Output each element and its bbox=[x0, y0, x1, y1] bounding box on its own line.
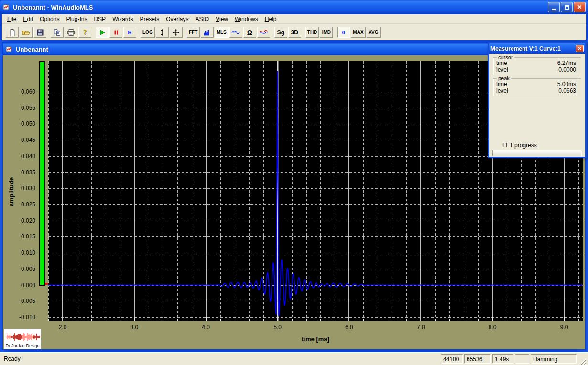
measurement-value: 5.00ms bbox=[557, 81, 578, 87]
minimize-icon bbox=[552, 9, 556, 10]
mls-button[interactable]: MLS bbox=[215, 27, 229, 38]
print-button[interactable] bbox=[65, 27, 77, 38]
sine-signal-button[interactable]: A bbox=[229, 27, 242, 38]
impedance-button[interactable]: Ω bbox=[243, 27, 256, 38]
zero-button[interactable]: 0 bbox=[337, 27, 350, 38]
toolbar-group bbox=[6, 27, 46, 38]
menu-item-edit[interactable]: Edit bbox=[20, 15, 36, 23]
measurement-panel-titlebar[interactable]: Measurement V:1 Curve:1 ✕ bbox=[489, 43, 585, 54]
y-tick-label: 0.025 bbox=[6, 201, 35, 208]
log-scale-button[interactable]: LOG bbox=[141, 27, 155, 38]
menu-item-windows[interactable]: Windows bbox=[231, 15, 261, 23]
maximize-button[interactable] bbox=[561, 2, 573, 12]
fft-progress-label: FFT progress bbox=[502, 142, 537, 149]
y-tick-label: 0.045 bbox=[6, 137, 35, 143]
printer-icon bbox=[67, 29, 75, 36]
vertical-zoom-button[interactable] bbox=[156, 27, 169, 38]
measurement-row-cursor-time: time6.27ms bbox=[496, 60, 578, 66]
x-tick-label: 6.0 bbox=[339, 324, 359, 331]
status-field-hamming: Hamming bbox=[531, 354, 577, 364]
close-icon: ✕ bbox=[577, 4, 582, 11]
vertical-arrows-icon bbox=[158, 29, 166, 36]
toolbar-group: THDIMD bbox=[305, 27, 333, 38]
resize-grip[interactable] bbox=[578, 357, 586, 365]
toolbar-group: FFTMLSAΩ bbox=[187, 27, 270, 38]
menu-item-view[interactable]: View bbox=[212, 15, 231, 23]
toolbar-group: R bbox=[96, 27, 136, 38]
menu-item-presets[interactable]: Presets bbox=[136, 15, 163, 23]
x-tick-label: 2.0 bbox=[53, 324, 72, 331]
copy-button[interactable] bbox=[51, 27, 64, 38]
fft-button[interactable]: FFT bbox=[187, 27, 200, 38]
threed-button[interactable]: 3D bbox=[288, 27, 301, 38]
close-button[interactable]: ✕ bbox=[574, 2, 586, 12]
help-icon: ? bbox=[83, 28, 87, 36]
y-tick-label: 0.035 bbox=[6, 169, 35, 176]
measurement-label: level bbox=[496, 87, 558, 94]
menu-item-dsp[interactable]: DSP bbox=[90, 15, 109, 23]
group-legend: peak bbox=[497, 75, 511, 81]
pan-button[interactable] bbox=[170, 27, 183, 38]
pause-icon bbox=[112, 29, 120, 36]
sine-wave-icon: A bbox=[231, 29, 240, 36]
measurement-panel-close-button[interactable]: ✕ bbox=[576, 45, 584, 52]
measurement-row-cursor-level: level-0.0000 bbox=[496, 66, 578, 73]
curves-button[interactable] bbox=[257, 27, 270, 38]
level-meter-fill bbox=[40, 62, 44, 285]
sg-button[interactable]: Sg bbox=[274, 27, 287, 38]
window-title: Unbenannt - WinAudioMLS bbox=[13, 4, 548, 11]
imd-button[interactable]: IMD bbox=[320, 27, 333, 38]
y-tick-label: 0.040 bbox=[6, 153, 35, 160]
menu-item-plug-ins[interactable]: Plug-Ins bbox=[63, 15, 90, 23]
toolbar-group: Sg3D bbox=[274, 27, 301, 38]
measurement-label: time bbox=[496, 81, 557, 87]
toolbar-group: ? bbox=[51, 27, 91, 38]
document-icon bbox=[5, 45, 13, 53]
status-bar: Ready 44100655361.49sHamming bbox=[0, 352, 588, 365]
play-button[interactable] bbox=[96, 27, 109, 38]
spectrum-button[interactable] bbox=[201, 27, 214, 38]
max-button[interactable]: MAX bbox=[351, 27, 365, 38]
copy-icon bbox=[54, 29, 61, 36]
save-file-button[interactable] bbox=[33, 27, 46, 38]
save-floppy-icon bbox=[36, 29, 44, 36]
avg-button[interactable]: AVG bbox=[367, 27, 381, 38]
pause-button[interactable] bbox=[109, 27, 122, 38]
menu-item-help[interactable]: Help bbox=[261, 15, 280, 23]
x-tick-label: 4.0 bbox=[196, 324, 216, 331]
toolbar: ?RLOGFFTMLSAΩSg3DTHDIMD0MAXAVG bbox=[2, 24, 586, 40]
menu-item-asio[interactable]: ASIO bbox=[192, 15, 213, 23]
x-tick-label: 5.0 bbox=[268, 324, 287, 331]
move-cross-icon bbox=[172, 29, 180, 36]
menu-item-file[interactable]: File bbox=[4, 15, 20, 23]
y-tick-label: 0.055 bbox=[6, 105, 35, 111]
measurement-value: 6.27ms bbox=[557, 60, 578, 66]
x-tick-label: 9.0 bbox=[555, 324, 574, 331]
y-tick-label: 0.000 bbox=[6, 282, 35, 289]
status-field-44100: 44100 bbox=[441, 354, 463, 364]
group-legend: cursor bbox=[497, 54, 514, 60]
menu-item-options[interactable]: Options bbox=[36, 15, 63, 23]
new-document-icon bbox=[9, 29, 16, 36]
window-titlebar[interactable]: Unbenannt - WinAudioMLS ✕ bbox=[0, 0, 588, 14]
measurement-label: time bbox=[496, 60, 557, 66]
menu-item-overlays[interactable]: Overlays bbox=[163, 15, 192, 23]
status-field-empty bbox=[515, 354, 529, 364]
record-button[interactable]: R bbox=[123, 27, 136, 38]
help-button[interactable]: ? bbox=[78, 27, 91, 38]
minimize-button[interactable] bbox=[548, 2, 560, 12]
new-file-button[interactable] bbox=[6, 27, 19, 38]
x-tick-label: 3.0 bbox=[125, 324, 144, 331]
measurement-row-peak-level: level0.0663 bbox=[496, 87, 578, 94]
thd-button[interactable]: THD bbox=[305, 27, 319, 38]
x-tick-label: 7.0 bbox=[411, 324, 430, 331]
wavy-curves-icon bbox=[259, 29, 268, 36]
measurement-label: level bbox=[496, 66, 556, 73]
menu-item-wizards[interactable]: Wizards bbox=[109, 15, 136, 23]
open-file-button[interactable] bbox=[20, 27, 33, 38]
y-tick-label: 0.020 bbox=[6, 217, 35, 224]
spectrum-bars-icon bbox=[203, 29, 211, 36]
open-folder-icon bbox=[22, 29, 30, 36]
measurement-panel-body: cursortime6.27mslevel-0.0000peaktime5.00… bbox=[489, 54, 585, 157]
toolbar-group: LOG bbox=[141, 27, 183, 38]
